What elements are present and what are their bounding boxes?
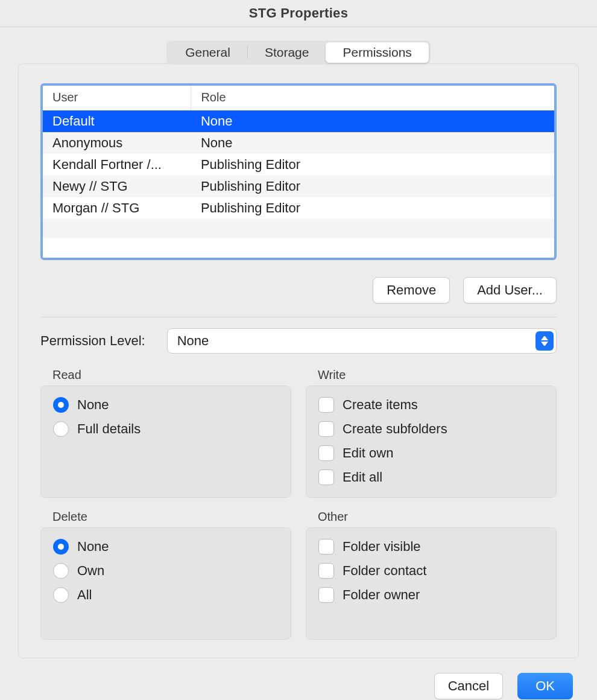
tab-general[interactable]: General xyxy=(168,42,247,63)
option-label: Edit own xyxy=(343,445,393,461)
write-option-edit-all[interactable]: Edit all xyxy=(318,469,544,485)
write-group: Write Create items Create subfolders Edi… xyxy=(306,368,557,498)
table-row[interactable]: Morgan // STG Publishing Editor xyxy=(43,197,554,219)
cell-role: None xyxy=(191,110,554,132)
col-header-role[interactable]: Role xyxy=(191,86,554,110)
checkbox-icon xyxy=(318,539,334,555)
checkbox-icon xyxy=(318,421,334,437)
checkbox-icon xyxy=(318,469,334,485)
radio-icon xyxy=(53,421,69,437)
radio-icon xyxy=(53,539,69,555)
option-label: Create items xyxy=(343,397,418,413)
read-option-full-details[interactable]: Full details xyxy=(53,421,279,437)
read-group: Read None Full details xyxy=(40,368,291,498)
cell-role: Publishing Editor xyxy=(191,197,554,219)
remove-button[interactable]: Remove xyxy=(373,277,450,304)
dialog-footer: Cancel OK xyxy=(0,658,597,699)
checkbox-icon xyxy=(318,397,334,413)
col-header-user[interactable]: User xyxy=(43,86,191,110)
cell-user: Morgan // STG xyxy=(43,197,191,219)
other-option-folder-visible[interactable]: Folder visible xyxy=(318,539,544,555)
option-label: None xyxy=(77,397,109,413)
delete-option-none[interactable]: None xyxy=(53,539,279,555)
cell-user: Default xyxy=(43,110,191,132)
permissions-panel: User Role Default None Anonymous None Ke… xyxy=(18,63,579,658)
permission-groups: Read None Full details Write Create item… xyxy=(40,368,557,640)
permission-level-row: Permission Level: None xyxy=(40,328,557,354)
cell-user: Kendall Fortner /... xyxy=(43,154,191,176)
option-label: Own xyxy=(77,563,104,579)
other-group: Other Folder visible Folder contact Fold… xyxy=(306,510,557,640)
radio-icon xyxy=(53,587,69,603)
radio-icon xyxy=(53,563,69,579)
delete-group: Delete None Own All xyxy=(40,510,291,640)
option-label: Full details xyxy=(77,421,141,437)
tab-storage[interactable]: Storage xyxy=(248,42,326,63)
table-row[interactable]: Default None xyxy=(43,110,554,132)
write-option-create-items[interactable]: Create items xyxy=(318,397,544,413)
cell-role: None xyxy=(191,132,554,154)
table-row[interactable]: Anonymous None xyxy=(43,132,554,154)
tab-permissions[interactable]: Permissions xyxy=(326,42,428,63)
cell-user: Anonymous xyxy=(43,132,191,154)
cell-user: Newy // STG xyxy=(43,176,191,197)
stepper-icon xyxy=(535,331,554,351)
option-label: Folder owner xyxy=(343,587,420,603)
ok-button[interactable]: OK xyxy=(517,673,573,699)
user-role-table[interactable]: User Role Default None Anonymous None Ke… xyxy=(40,83,557,260)
cell-role: Publishing Editor xyxy=(191,176,554,197)
delete-group-title: Delete xyxy=(52,510,291,524)
other-option-folder-owner[interactable]: Folder owner xyxy=(318,587,544,603)
table-buttons: Remove Add User... xyxy=(40,277,557,304)
permission-level-value: None xyxy=(177,333,209,349)
radio-icon xyxy=(53,397,69,413)
option-label: Folder contact xyxy=(343,563,426,579)
table-row-empty xyxy=(43,219,554,238)
table-row[interactable]: Kendall Fortner /... Publishing Editor xyxy=(43,154,554,176)
write-group-title: Write xyxy=(318,368,557,382)
permission-level-label: Permission Level: xyxy=(40,333,145,349)
tab-bar: General Storage Permissions xyxy=(0,27,597,65)
segmented-control: General Storage Permissions xyxy=(166,40,431,65)
checkbox-icon xyxy=(318,445,334,461)
delete-option-all[interactable]: All xyxy=(53,587,279,603)
add-user-button[interactable]: Add User... xyxy=(463,277,557,304)
table-row-empty xyxy=(43,238,554,258)
checkbox-icon xyxy=(318,587,334,603)
cell-role: Publishing Editor xyxy=(191,154,554,176)
option-label: Edit all xyxy=(343,469,382,485)
table-row[interactable]: Newy // STG Publishing Editor xyxy=(43,176,554,197)
divider xyxy=(40,317,557,317)
write-option-edit-own[interactable]: Edit own xyxy=(318,445,544,461)
other-group-title: Other xyxy=(318,510,557,524)
other-option-folder-contact[interactable]: Folder contact xyxy=(318,563,544,579)
delete-option-own[interactable]: Own xyxy=(53,563,279,579)
option-label: None xyxy=(77,539,109,555)
svg-marker-1 xyxy=(541,342,548,346)
read-group-title: Read xyxy=(52,368,291,382)
option-label: All xyxy=(77,587,92,603)
option-label: Create subfolders xyxy=(343,421,447,437)
cancel-button[interactable]: Cancel xyxy=(434,673,503,699)
window-title: STG Properties xyxy=(0,0,597,27)
checkbox-icon xyxy=(318,563,334,579)
permission-level-select[interactable]: None xyxy=(167,328,557,354)
option-label: Folder visible xyxy=(343,539,421,555)
svg-marker-0 xyxy=(541,336,548,340)
read-option-none[interactable]: None xyxy=(53,397,279,413)
write-option-create-subfolders[interactable]: Create subfolders xyxy=(318,421,544,437)
